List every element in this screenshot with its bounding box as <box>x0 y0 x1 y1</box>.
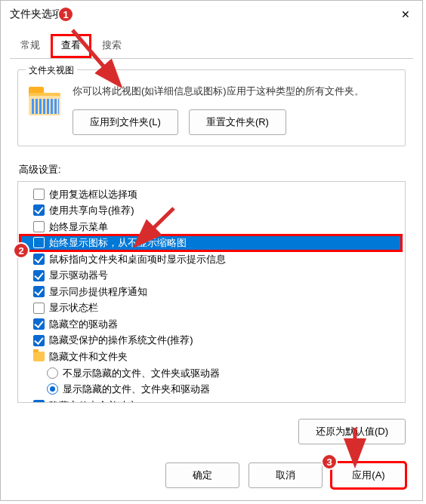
list-item[interactable]: 使用共享向导(推荐) <box>20 202 402 219</box>
list-item-label: 鼠标指向文件夹和桌面项时显示提示信息 <box>49 253 226 266</box>
list-item[interactable]: 隐藏文件夹合并冲突 <box>20 398 402 403</box>
cancel-button[interactable]: 取消 <box>248 463 323 488</box>
list-item-label: 隐藏空的驱动器 <box>49 318 118 331</box>
folder-icon <box>29 87 60 115</box>
checkbox-icon[interactable] <box>33 270 45 281</box>
folder-views-group: 文件夹视图 你可以将此视图(如详细信息或图标)应用于这种类型的所有文件夹。 应用… <box>17 69 406 146</box>
list-item[interactable]: 始终显示菜单 <box>20 219 402 235</box>
tab-search[interactable]: 搜索 <box>91 34 132 58</box>
reset-folders-button[interactable]: 重置文件夹(R) <box>189 109 286 135</box>
restore-defaults-button[interactable]: 还原为默认值(D) <box>298 419 406 444</box>
list-item-folder-group[interactable]: 隐藏文件和文件夹 <box>20 349 402 365</box>
tab-view[interactable]: 查看 <box>51 34 91 58</box>
folder-views-description: 你可以将此视图(如详细信息或图标)应用于这种类型的所有文件夹。 <box>73 84 394 99</box>
list-item[interactable]: 鼠标指向文件夹和桌面项时显示提示信息 <box>20 251 402 268</box>
apply-to-folders-button[interactable]: 应用到文件夹(L) <box>73 109 178 135</box>
list-item-label: 使用复选框以选择项 <box>49 188 137 201</box>
list-item[interactable]: 使用复选框以选择项 <box>20 186 402 203</box>
list-item-label: 始终显示图标，从不显示缩略图 <box>49 236 187 250</box>
list-item-label: 显示同步提供程序通知 <box>49 285 147 299</box>
radio-icon[interactable] <box>47 367 58 379</box>
checkbox-icon[interactable] <box>33 303 45 314</box>
radio-icon[interactable] <box>47 383 58 395</box>
close-icon[interactable]: ✕ <box>395 5 416 23</box>
tab-bar: 常规 查看 搜索 <box>10 34 413 59</box>
folder-icon <box>33 352 45 361</box>
list-item-label: 显示驱动器号 <box>49 269 108 282</box>
list-item[interactable]: 显示同步提供程序通知 <box>20 284 402 300</box>
advanced-settings-list[interactable]: 使用复选框以选择项 使用共享向导(推荐) 始终显示菜单 始终显示图标，从不显示缩… <box>17 181 406 403</box>
tab-content: 文件夹视图 你可以将此视图(如详细信息或图标)应用于这种类型的所有文件夹。 应用… <box>1 59 422 416</box>
dialog-footer: 还原为默认值(D) 确定 取消 应用(A) <box>1 416 422 500</box>
list-item-label: 隐藏受保护的操作系统文件(推荐) <box>49 333 193 347</box>
advanced-settings-label: 高级设置: <box>19 163 406 177</box>
checkbox-icon[interactable] <box>33 204 45 216</box>
list-item[interactable]: 显示驱动器号 <box>20 267 402 284</box>
folder-options-dialog: 文件夹选项 ✕ 常规 查看 搜索 文件夹视图 你可以将此视图(如详细信息或图标)… <box>0 0 423 501</box>
checkbox-icon[interactable] <box>33 221 45 232</box>
list-item[interactable]: 显示状态栏 <box>20 300 402 316</box>
list-item[interactable]: 隐藏空的驱动器 <box>20 316 402 333</box>
list-item-label: 隐藏文件和文件夹 <box>49 350 128 364</box>
checkbox-icon[interactable] <box>33 237 45 248</box>
list-item-label: 显示隐藏的文件、文件夹和驱动器 <box>63 383 210 396</box>
list-item-label: 不显示隐藏的文件、文件夹或驱动器 <box>63 367 220 380</box>
list-item[interactable]: 不显示隐藏的文件、文件夹或驱动器 <box>20 365 402 382</box>
ok-button[interactable]: 确定 <box>165 463 239 488</box>
title: 文件夹选项 <box>10 8 63 21</box>
checkbox-icon[interactable] <box>33 254 45 265</box>
list-item-label: 隐藏文件夹合并冲突 <box>49 399 137 403</box>
checkbox-icon[interactable] <box>33 400 45 403</box>
checkbox-icon[interactable] <box>33 318 45 330</box>
list-item-label: 始终显示菜单 <box>49 220 108 234</box>
checkbox-icon[interactable] <box>33 335 45 346</box>
list-item[interactable]: 显示隐藏的文件、文件夹和驱动器 <box>20 381 402 398</box>
apply-button[interactable]: 应用(A) <box>332 463 406 488</box>
checkbox-icon[interactable] <box>33 189 45 200</box>
list-item[interactable]: 隐藏受保护的操作系统文件(推荐) <box>20 332 402 349</box>
list-item-always-show-icons[interactable]: 始终显示图标，从不显示缩略图 <box>20 235 402 251</box>
tab-general[interactable]: 常规 <box>10 34 51 58</box>
list-item-label: 显示状态栏 <box>49 301 98 315</box>
list-item-label: 使用共享向导(推荐) <box>49 204 134 217</box>
folder-views-group-label: 文件夹视图 <box>26 64 77 77</box>
checkbox-icon[interactable] <box>33 286 45 297</box>
titlebar: 文件夹选项 ✕ <box>1 1 422 28</box>
